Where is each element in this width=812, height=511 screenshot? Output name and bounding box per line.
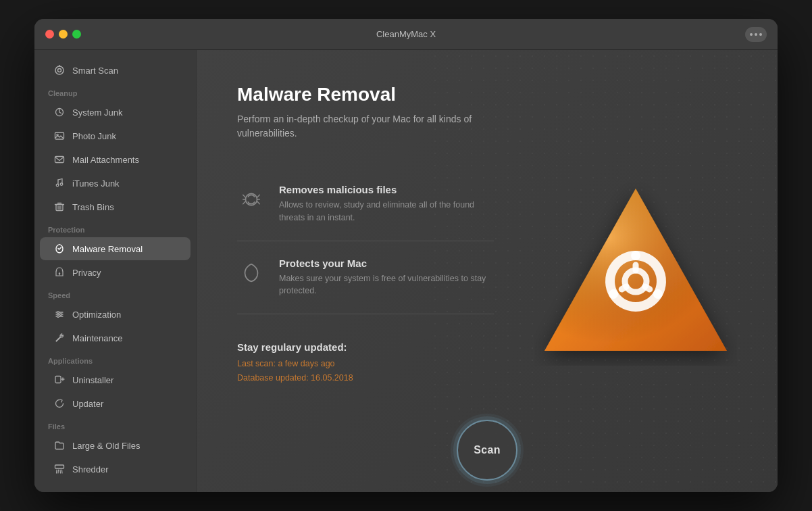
smart-scan-icon — [53, 64, 66, 76]
malware-removal-label: Malware Removal — [72, 244, 143, 254]
privacy-icon — [53, 266, 66, 278]
sidebar-item-maintenance[interactable]: Maintenance — [40, 326, 191, 349]
svg-rect-6 — [55, 157, 64, 163]
maintenance-label: Maintenance — [72, 333, 122, 343]
large-old-files-label: Large & Old Files — [72, 441, 140, 451]
section-label-speed: Speed — [34, 285, 196, 302]
maximize-button[interactable] — [72, 30, 81, 39]
feature-icon-shield — [237, 259, 265, 287]
svg-point-18 — [57, 312, 59, 314]
sidebar-item-updater[interactable]: Updater — [40, 392, 191, 415]
feature-item-malicious-files: Removes malicious files Allows to review… — [237, 168, 494, 241]
updater-icon — [53, 397, 66, 410]
svg-point-1 — [58, 69, 61, 72]
smart-scan-label: Smart Scan — [72, 66, 118, 76]
menu-button[interactable] — [745, 27, 767, 42]
optimization-icon — [53, 308, 66, 320]
app-window: CleanMyMac X Smart Scan C — [34, 19, 778, 492]
feature-text-malicious: Removes malicious files Allows to review… — [279, 184, 494, 224]
shredder-label: Shredder — [72, 464, 108, 474]
feature-desc-1: Allows to review, study and eliminate al… — [279, 199, 494, 224]
feature-item-protect-mac: Protects your Mac Makes sure your system… — [237, 241, 494, 315]
last-scan-label: Last scan: a few days ago — [237, 357, 737, 371]
trash-bins-icon — [53, 201, 66, 213]
traffic-lights — [45, 30, 81, 39]
itunes-junk-label: iTunes Junk — [72, 178, 120, 189]
system-junk-icon — [53, 106, 66, 118]
uninstaller-icon — [53, 374, 66, 386]
privacy-label: Privacy — [72, 268, 101, 278]
svg-point-19 — [60, 314, 62, 316]
feature-icon-bug — [237, 185, 265, 214]
sidebar-item-photo-junk[interactable]: Photo Junk — [40, 124, 191, 147]
minimize-button[interactable] — [59, 30, 68, 39]
sidebar-item-optimization[interactable]: Optimization — [40, 303, 191, 326]
svg-line-33 — [257, 201, 260, 204]
svg-line-28 — [62, 470, 63, 473]
mail-attachments-icon — [53, 153, 66, 166]
feature-text-protect: Protects your Mac Makes sure your system… — [279, 258, 494, 298]
scan-button[interactable]: Scan — [457, 420, 517, 481]
svg-line-26 — [58, 470, 59, 473]
maintenance-icon — [53, 332, 66, 344]
sidebar-item-large-old-files[interactable]: Large & Old Files — [40, 434, 191, 457]
section-label-protection: Protection — [34, 219, 196, 237]
svg-line-30 — [243, 195, 246, 197]
section-label-files: Files — [34, 416, 196, 433]
sidebar-item-shredder[interactable]: Shredder — [40, 458, 191, 481]
feature-list: Removes malicious files Allows to review… — [237, 168, 494, 314]
close-button[interactable] — [45, 30, 54, 39]
system-junk-label: System Junk — [72, 107, 122, 118]
feature-title-2: Protects your Mac — [279, 258, 494, 269]
svg-line-27 — [60, 470, 61, 473]
content-area: Malware Removal Perform an in-depth chec… — [197, 50, 778, 492]
title-bar: CleanMyMac X — [34, 19, 778, 50]
main-content: Smart Scan Cleanup System Junk — [34, 50, 778, 492]
svg-rect-24 — [55, 465, 64, 468]
svg-point-0 — [55, 66, 64, 74]
sidebar-item-privacy[interactable]: Privacy — [40, 261, 191, 284]
shredder-icon — [53, 463, 66, 475]
svg-point-20 — [57, 316, 59, 318]
svg-rect-21 — [55, 376, 61, 383]
sidebar: Smart Scan Cleanup System Junk — [34, 50, 197, 492]
svg-point-7 — [56, 184, 59, 187]
sidebar-item-mail-attachments[interactable]: Mail Attachments — [40, 148, 191, 171]
large-old-files-icon — [53, 439, 66, 452]
updater-label: Updater — [72, 399, 103, 409]
menu-dot-1 — [750, 33, 753, 36]
feature-title-1: Removes malicious files — [279, 184, 494, 195]
section-label-cleanup: Cleanup — [34, 82, 196, 100]
menu-dot-3 — [759, 33, 762, 36]
uninstaller-label: Uninstaller — [72, 375, 113, 385]
trash-bins-label: Trash Bins — [72, 202, 114, 212]
app-title: CleanMyMac X — [376, 29, 436, 39]
page-subtitle: Perform an in-depth checkup of your Mac … — [237, 112, 480, 141]
sidebar-item-uninstaller[interactable]: Uninstaller — [40, 368, 191, 391]
photo-junk-icon — [53, 130, 66, 142]
malware-removal-icon — [53, 243, 66, 255]
svg-line-32 — [257, 195, 260, 197]
update-section: Stay regulary updated: Last scan: a few … — [237, 335, 737, 386]
optimization-label: Optimization — [72, 310, 121, 320]
feature-desc-2: Makes sure your system is free of vulner… — [279, 272, 494, 298]
svg-line-25 — [57, 470, 57, 473]
update-title: Stay regulary updated: — [237, 341, 737, 353]
sidebar-item-trash-bins[interactable]: Trash Bins — [40, 195, 191, 218]
menu-dot-2 — [755, 33, 757, 36]
itunes-junk-icon — [53, 177, 66, 189]
mail-attachments-label: Mail Attachments — [72, 155, 139, 165]
content-inner: Malware Removal Perform an in-depth chec… — [197, 50, 778, 406]
svg-rect-4 — [55, 132, 64, 139]
svg-line-31 — [243, 201, 246, 204]
sidebar-item-system-junk[interactable]: System Junk — [40, 101, 191, 124]
sidebar-item-itunes-junk[interactable]: iTunes Junk — [40, 172, 191, 195]
sidebar-item-malware-removal[interactable]: Malware Removal — [40, 237, 191, 260]
scan-button-area: Scan — [197, 406, 778, 493]
svg-point-8 — [60, 183, 63, 186]
photo-junk-label: Photo Junk — [72, 131, 116, 141]
database-label: Database updated: 16.05.2018 — [237, 371, 737, 385]
sidebar-item-smart-scan[interactable]: Smart Scan — [40, 59, 191, 82]
section-label-applications: Applications — [34, 350, 196, 368]
page-title: Malware Removal — [237, 84, 737, 105]
